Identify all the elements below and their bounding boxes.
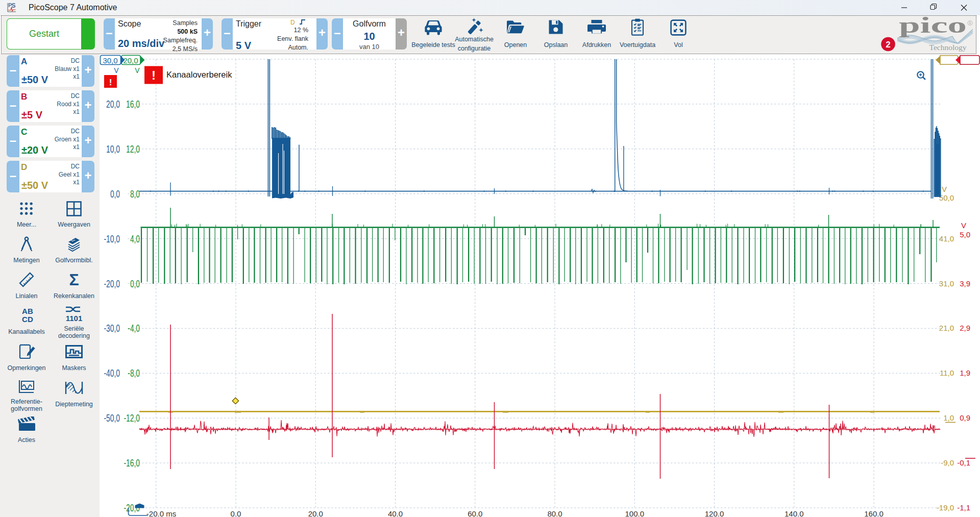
svg-text:Σ: Σ bbox=[69, 272, 79, 288]
svg-text:1101: 1101 bbox=[66, 314, 83, 323]
svg-text:R: R bbox=[969, 21, 971, 26]
svg-text:Technology: Technology bbox=[929, 43, 967, 52]
svg-text:B: B bbox=[28, 307, 33, 315]
svg-text:2: 2 bbox=[886, 40, 890, 50]
svg-text:S: S bbox=[12, 2, 16, 9]
svg-text:C: C bbox=[22, 315, 28, 324]
svg-text:A: A bbox=[22, 307, 28, 315]
svg-text:pico: pico bbox=[899, 15, 967, 38]
svg-text:D: D bbox=[28, 315, 33, 324]
